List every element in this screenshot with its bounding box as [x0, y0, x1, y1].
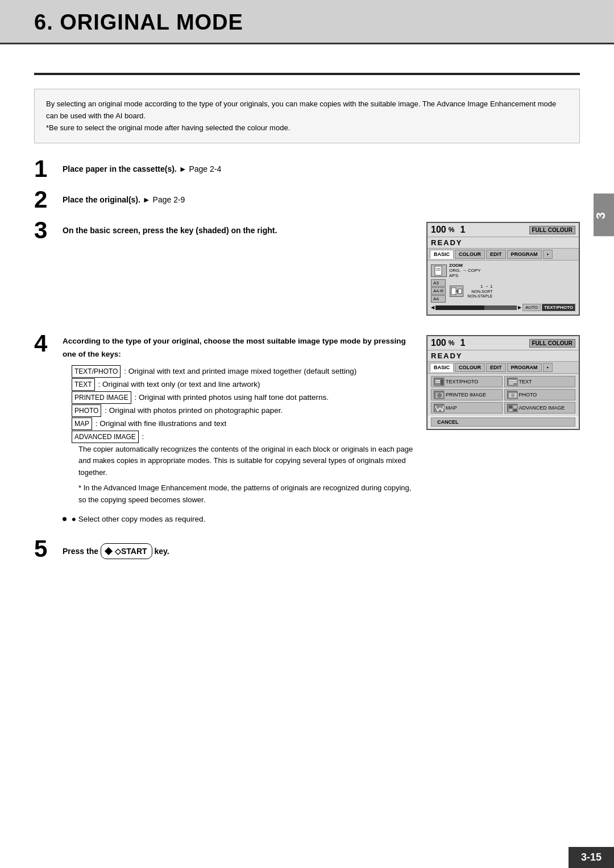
main-content: By selecting an original mode according … [0, 44, 614, 595]
bullet-dot [63, 517, 67, 521]
screen2-cell-text-photo[interactable]: TEXT/PHOTO [431, 376, 503, 387]
svg-rect-22 [509, 406, 512, 408]
screen2-tab-basic[interactable]: BASIC [430, 363, 454, 372]
screen1-org-copy: ORG. → COPY [449, 268, 575, 273]
option-text-desc: : Original with text only (or text and l… [98, 380, 260, 388]
step-3-number: 3 [34, 218, 63, 242]
screen1-top-bar: 100 % 1 FULL COLOUR [428, 223, 579, 237]
key-text-photo[interactable]: TEXT/PHOTO [72, 365, 121, 378]
select-note: ● Select other copy modes as required. [72, 515, 206, 523]
step-3-content: On the basic screen, press the key (shad… [63, 222, 415, 237]
screen1-body: ZOOM ORG. → COPY APS A3 A4-R A4 [428, 261, 579, 315]
option-advanced-image: ADVANCED IMAGE : [72, 431, 415, 444]
screen2-tab-colour[interactable]: COLOUR [455, 363, 485, 372]
screen1-paper-list: A3 A4-R A4 [431, 279, 446, 303]
step-2-label: Place the original(s). [63, 195, 140, 204]
screen1-non-sort: NON-SORT [471, 290, 492, 294]
screen2-label-advanced: ADVANCED IMAGE [519, 405, 565, 411]
screen1-paper-a4r: A4-R [431, 287, 446, 295]
copier-screen-2: 100 % 1 FULL COLOUR READY BASIC COLOUR E… [426, 335, 580, 430]
screen1-percent-sign: % [449, 226, 455, 234]
screen2-copies: 1 [460, 338, 465, 348]
page-header: 6. ORIGINAL MODE [0, 0, 614, 44]
screen2-body: TEXT/PHOTO TEXT PRINTED IMAG [428, 374, 579, 416]
screen2-percentage: 100 [431, 338, 446, 348]
screen2-label-text: TEXT [519, 379, 532, 385]
svg-rect-24 [509, 409, 512, 411]
screen2-icon-text [507, 378, 517, 386]
intro-box: By selecting an original mode according … [34, 89, 580, 143]
screen2-icon-photo [507, 391, 517, 399]
screen2-tab-edit[interactable]: EDIT [486, 363, 506, 372]
page-title: 6. ORIGINAL MODE [34, 10, 580, 35]
step-3-label: On the basic screen, press the key (shad… [63, 226, 277, 235]
screen2-status: READY [428, 350, 579, 362]
screen2-icon-printed [434, 391, 444, 399]
step-4-left: 4 According to the type of your original… [34, 335, 415, 525]
screen2-cell-text[interactable]: TEXT [504, 376, 576, 387]
svg-point-19 [511, 394, 515, 397]
key-printed-image[interactable]: PRINTED IMAGE [72, 391, 131, 404]
step-5-content: Press the ◇START key. [63, 541, 580, 559]
screen1-doc-icon [431, 264, 447, 277]
svg-rect-23 [513, 406, 517, 408]
screen1-zoom-area: ZOOM ORG. → COPY APS [449, 263, 575, 278]
step-4-content: According to the type of your original, … [63, 335, 415, 525]
screen1-text-photo[interactable]: TEXT/PHOTO [542, 304, 575, 311]
key-map[interactable]: MAP [72, 418, 92, 430]
screen1-tabs: BASIC COLOUR EDIT PROGRAM ▪ [428, 249, 579, 261]
screen1-status: READY [428, 237, 579, 249]
option-text-photo: TEXT/PHOTO : Original with text and prin… [72, 365, 415, 378]
screen1-tab-colour[interactable]: COLOUR [455, 250, 485, 259]
step-5-number: 5 [34, 537, 63, 561]
screen1-copies: 1 [460, 225, 465, 235]
screen2-cell-map[interactable]: MAP [431, 402, 503, 414]
screen2-top-bar: 100 % 1 FULL COLOUR [428, 336, 579, 350]
advanced-desc2: * In the Advanced Image Enhancement mode… [78, 482, 415, 506]
step-5-label: Press the [63, 547, 98, 556]
step-2-arrow: ► [143, 195, 151, 204]
screen1-progress-row: ◀ ▶ AUTO TEXT/PHOTO [431, 304, 575, 311]
screen2-mode: FULL COLOUR [529, 339, 575, 348]
screen2-tab-program[interactable]: PROGRAM [507, 363, 542, 372]
screen1-progress-fill [435, 305, 484, 310]
start-key[interactable]: ◇START [101, 543, 152, 559]
start-diamond-icon [105, 547, 113, 555]
screen1-1to1: 1 → 1 [480, 284, 492, 289]
screen2-percent-sign: % [449, 339, 455, 347]
step-2-ref: Page 2-9 [153, 195, 185, 204]
screen2-tab-extra[interactable]: ▪ [543, 363, 553, 372]
copier-screen-1: 100 % 1 FULL COLOUR READY BASIC COLOUR E… [426, 222, 580, 316]
svg-rect-25 [513, 409, 517, 411]
screen1-tab-edit[interactable]: EDIT [486, 250, 506, 259]
step-2-content: Place the original(s). ► Page 2-9 [63, 191, 580, 206]
screen2-cell-photo[interactable]: PHOTO [504, 389, 576, 400]
step-1: 1 Place paper in the cassette(s). ► Page… [34, 160, 580, 181]
svg-point-16 [437, 393, 442, 398]
screen1-non-staple: NON-STAPLE [467, 294, 492, 298]
screen1-paper-a3: A3 [431, 279, 446, 287]
key-text[interactable]: TEXT [72, 378, 95, 391]
divider [34, 73, 580, 75]
screen1-percentage: 100 [431, 225, 446, 235]
screen1-zoom-label: ZOOM [449, 263, 575, 268]
screen2-cell-advanced[interactable]: ADVANCED IMAGE [504, 402, 576, 414]
step-4-label: According to the type of your original, … [63, 337, 406, 358]
step-2-number: 2 [34, 188, 63, 212]
screen1-auto[interactable]: AUTO [522, 304, 541, 311]
step-1-content: Place paper in the cassette(s). ► Page 2… [63, 160, 580, 175]
key-photo[interactable]: PHOTO [72, 404, 101, 417]
intro-text1: By selecting an original mode according … [46, 98, 568, 122]
screen1-aps: APS [449, 273, 575, 278]
key-advanced-image[interactable]: ADVANCED IMAGE [72, 431, 139, 443]
screen1-tab-basic[interactable]: BASIC [430, 250, 454, 259]
screen2-cell-printed[interactable]: PRINTED IMAGE [431, 389, 503, 400]
screen1-tab-program[interactable]: PROGRAM [507, 250, 542, 259]
screen1-tab-extra[interactable]: ▪ [543, 250, 553, 259]
screen2-cancel-button[interactable]: CANCEL [431, 418, 575, 427]
screen2-icon-map [434, 404, 444, 412]
screen2-icon-advanced [507, 404, 517, 412]
screen1-progress-bar [435, 305, 517, 310]
svg-rect-3 [451, 288, 456, 295]
step-4: 4 According to the type of your original… [34, 335, 580, 525]
